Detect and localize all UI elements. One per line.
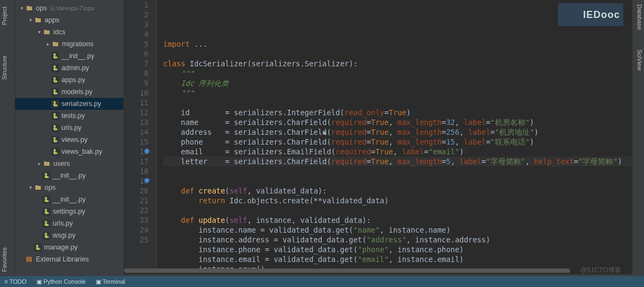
code-line[interactable] — [163, 98, 632, 108]
token-param: required — [331, 128, 367, 136]
line-number[interactable]: 9 — [124, 78, 148, 88]
tree-item-label: apps — [45, 16, 59, 24]
tab-database[interactable]: Database — [633, 0, 644, 34]
bottom-terminal[interactable]: ▣ Terminal — [96, 278, 125, 285]
project-tree[interactable]: ▾opsG:\devops-7\ops▾apps▾idcs▸migrations… — [15, 0, 124, 287]
chevron-right-icon[interactable]: ▸ — [45, 41, 51, 47]
line-number[interactable]: 17 — [124, 157, 148, 166]
chevron-down-icon[interactable]: ▾ — [36, 29, 42, 35]
line-number[interactable]: 2 — [124, 10, 148, 20]
code-line[interactable] — [163, 166, 632, 176]
token-param: required — [336, 147, 371, 156]
tree-file[interactable]: 🐍views_bak.py — [15, 146, 123, 158]
code-line[interactable]: def update(self, instance, validated_dat… — [163, 215, 632, 225]
tree-file[interactable]: 🐍__init__.py — [15, 194, 123, 205]
tree-file[interactable]: 🐍__init__.py — [15, 50, 123, 62]
line-number[interactable]: 3 — [124, 20, 148, 29]
code-line[interactable]: """ — [163, 68, 632, 78]
line-number[interactable]: 23 — [124, 215, 148, 225]
line-number[interactable]: 8 — [124, 68, 148, 78]
code-line[interactable]: id = serializers.IntegerField(read_only=… — [163, 108, 632, 117]
python-file-icon: 🐍 — [51, 64, 59, 72]
line-number[interactable]: 1 — [124, 0, 148, 10]
code-line[interactable]: import ... — [163, 39, 632, 49]
bottom-todo[interactable]: ≡ TODO — [4, 278, 27, 285]
code-line[interactable]: Idc 序列化类 — [163, 78, 632, 88]
token-op: = — [371, 147, 375, 156]
line-number[interactable]: 11 — [124, 98, 148, 108]
tree-item-label: tests.py — [61, 112, 85, 120]
code-line[interactable]: phone = serializers.CharField(required=T… — [163, 137, 632, 147]
chevron-down-icon[interactable]: ▾ — [27, 17, 34, 23]
tab-favorites[interactable]: Favorites — [0, 243, 15, 276]
line-number[interactable]: 6 — [124, 49, 148, 59]
code-line[interactable]: return Idc.objects.create(**validated_da… — [163, 196, 632, 205]
code-line[interactable] — [163, 205, 632, 215]
code-line[interactable]: class IdcSerializer(serializers.Serializ… — [163, 59, 632, 68]
line-number[interactable]: 19 — [124, 176, 148, 186]
code-line[interactable]: """ — [163, 88, 632, 98]
line-number[interactable]: 10 — [124, 88, 148, 98]
tab-structure[interactable]: Structure — [0, 51, 15, 84]
tree-folder[interactable]: ▸users — [15, 158, 123, 170]
line-gutter[interactable]: 1234567891011121314151617181920212223242… — [124, 0, 157, 269]
line-number[interactable]: 13 — [124, 117, 148, 127]
tree-file[interactable]: 🐍manage.py — [15, 241, 123, 253]
tree-file[interactable]: 🐍serializers.py — [15, 98, 123, 110]
gutter-override-marker-icon[interactable] — [144, 178, 150, 183]
tree-file[interactable]: 🐍urls.py — [15, 217, 123, 229]
code-line[interactable]: address = serializers.CharField(required… — [163, 127, 632, 137]
code-line[interactable]: instance.address = validated_data.get("a… — [163, 235, 632, 245]
tab-project[interactable]: Project — [0, 2, 15, 29]
chevron-down-icon[interactable]: ▾ — [18, 5, 25, 11]
token-param: label — [460, 157, 482, 166]
tab-sciview[interactable]: SciView — [633, 45, 644, 75]
code-line[interactable]: name = serializers.CharField(required=Tr… — [163, 117, 632, 127]
token-param: required — [331, 157, 367, 166]
code-line[interactable]: instance.save() — [163, 264, 632, 269]
tree-file[interactable]: 🐍__init__.py — [15, 170, 123, 182]
line-number[interactable]: 22 — [124, 205, 148, 215]
line-number[interactable]: 18 — [124, 166, 148, 176]
tree-external-libs[interactable]: External Libraries — [15, 253, 123, 265]
tree-folder[interactable]: ▸migrations — [15, 38, 123, 50]
tree-file[interactable]: 🐍tests.py — [15, 110, 123, 122]
line-number[interactable]: 24 — [124, 225, 148, 235]
chevron-right-icon[interactable]: ▸ — [36, 161, 42, 166]
tree-folder[interactable]: ▾apps — [15, 14, 123, 26]
tree-folder[interactable]: ▾ops — [15, 182, 123, 194]
editor-horizontal-scrollbar[interactable] — [124, 269, 570, 273]
line-number[interactable]: 15 — [124, 137, 148, 147]
tree-folder[interactable]: ▾idcs — [15, 26, 123, 38]
gutter-override-marker-icon[interactable] — [144, 148, 150, 154]
line-number[interactable]: 21 — [124, 196, 148, 205]
line-number[interactable]: 14 — [124, 127, 148, 137]
chevron-down-icon[interactable]: ▾ — [27, 185, 34, 190]
token-op: (serializers.Serializer): — [247, 59, 357, 68]
tree-file[interactable]: 🐍admin.py — [15, 62, 123, 74]
code-line[interactable]: instance.name = validated_data.get("name… — [163, 225, 632, 235]
tree-file[interactable]: 🐍settings.py — [15, 205, 123, 217]
line-number[interactable]: 16 — [124, 147, 148, 157]
line-number[interactable]: 20 — [124, 186, 148, 196]
code-line[interactable] — [163, 176, 632, 186]
line-number[interactable]: 25 — [124, 235, 148, 245]
tree-folder[interactable]: ▾opsG:\devops-7\ops — [15, 2, 123, 14]
code-line[interactable]: instance.phone = validated_data.get("pho… — [163, 245, 632, 254]
tree-file[interactable]: 🐍models.py — [15, 86, 123, 98]
tree-file[interactable]: 🐍views.py — [15, 134, 123, 146]
code-line[interactable]: email = serializers.EmailField(required=… — [163, 147, 632, 157]
line-number[interactable]: 5 — [124, 39, 148, 49]
bottom-python-console[interactable]: ▣ Python Console — [36, 278, 86, 285]
code-line[interactable]: letter = serializers.CharField(required=… — [163, 157, 632, 166]
code-line[interactable]: def create(self, validated_data): — [163, 186, 632, 196]
tree-file[interactable]: 🐍apps.py — [15, 74, 123, 86]
tree-file[interactable]: 🐍urls.py — [15, 122, 123, 134]
code-line[interactable] — [163, 49, 632, 59]
line-number[interactable]: 4 — [124, 29, 148, 39]
line-number[interactable]: 12 — [124, 108, 148, 117]
tree-file[interactable]: 🐍wsgi.py — [15, 229, 123, 241]
line-number[interactable]: 7 — [124, 59, 148, 68]
code-line[interactable]: instance.email = validated_data.get("ema… — [163, 254, 632, 264]
code-content[interactable]: ↖ import ...class IdcSerializer(serializ… — [157, 0, 632, 269]
